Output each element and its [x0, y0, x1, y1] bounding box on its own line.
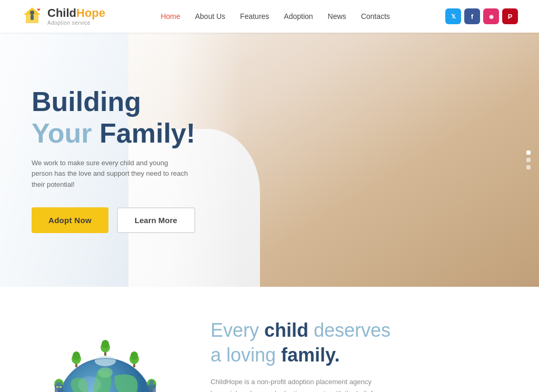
twitter-icon: 𝕏: [451, 13, 456, 20]
logo-text-area: ChildHope Adoption service: [47, 7, 105, 25]
hero-buttons: Adopt Now Learn More: [32, 207, 221, 233]
nav-features[interactable]: Features: [240, 12, 269, 21]
svg-rect-58: [147, 385, 156, 392]
about-description: ChildHope is a non-profit adoption place…: [211, 376, 379, 392]
social-instagram-button[interactable]: ◉: [483, 8, 499, 24]
svg-point-31: [98, 367, 113, 378]
nav-adoption[interactable]: Adoption: [284, 12, 313, 21]
about-heading-a-loving: a loving: [211, 344, 281, 366]
logo-hope: Hope: [76, 6, 105, 19]
slider-dot-1[interactable]: [526, 150, 531, 155]
svg-rect-57: [59, 386, 62, 388]
pinterest-icon: P: [508, 13, 513, 21]
logo-icon: [21, 5, 43, 27]
svg-rect-56: [56, 386, 58, 388]
social-facebook-button[interactable]: f: [464, 8, 480, 24]
logo-child: Child: [47, 6, 76, 19]
hero-section: Building Your Family! We work to make su…: [0, 33, 539, 287]
logo-tagline: Adoption service: [47, 20, 105, 26]
instagram-icon: ◉: [489, 14, 494, 19]
nav-contacts[interactable]: Contacts: [361, 12, 390, 21]
globe-illustration: [37, 329, 174, 392]
learn-more-hero-button[interactable]: Learn More: [117, 207, 195, 233]
svg-point-33: [95, 356, 116, 366]
svg-rect-55: [56, 382, 62, 386]
social-pinterest-button[interactable]: P: [502, 8, 518, 24]
hero-title-family: Family!: [99, 118, 195, 148]
about-heading-family: family.: [281, 344, 340, 366]
adopt-now-button[interactable]: Adopt Now: [32, 207, 108, 233]
globe-container: [32, 329, 179, 392]
hero-title-line2: Your Family!: [32, 118, 195, 148]
hero-title: Building Your Family!: [32, 86, 221, 149]
about-heading: Every child deserves a loving family.: [211, 318, 507, 368]
hero-title-your: Your: [32, 118, 99, 148]
nav-home[interactable]: Home: [161, 12, 180, 21]
slider-dot-2[interactable]: [526, 158, 531, 162]
about-heading-deserves: deserves: [308, 319, 391, 341]
hero-content: Building Your Family! We work to make su…: [0, 33, 253, 287]
svg-point-45: [131, 351, 138, 360]
hero-subtitle: We work to make sure every child and you…: [32, 158, 189, 190]
nav-about[interactable]: About Us: [195, 12, 225, 21]
social-twitter-button[interactable]: 𝕏: [445, 8, 461, 24]
nav-news[interactable]: News: [328, 12, 346, 21]
svg-point-42: [102, 340, 109, 348]
svg-point-39: [73, 351, 80, 360]
about-section: Every child deserves a loving family. Ch…: [0, 287, 539, 392]
about-heading-every: Every: [211, 319, 264, 341]
main-nav: Home About Us Features Adoption News Con…: [161, 12, 390, 21]
slider-dots: [526, 150, 531, 169]
svg-point-2: [30, 11, 34, 15]
svg-rect-3: [31, 15, 34, 20]
about-text-area: Every child deserves a loving family. Ch…: [211, 318, 507, 392]
hero-title-line1: Building: [32, 86, 221, 118]
slider-dot-3[interactable]: [526, 165, 531, 169]
facebook-icon: f: [471, 13, 473, 21]
logo[interactable]: ChildHope Adoption service: [21, 5, 105, 27]
about-heading-child: child: [264, 319, 308, 341]
social-icons-group: 𝕏 f ◉ P: [445, 8, 518, 24]
header: ChildHope Adoption service Home About Us…: [0, 0, 539, 33]
svg-rect-59: [149, 380, 154, 386]
